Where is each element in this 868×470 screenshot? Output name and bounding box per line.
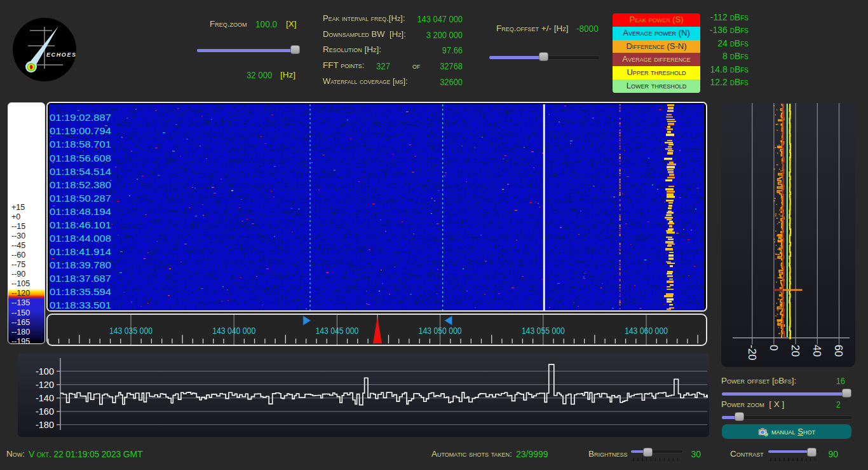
svg-text:40: 40 <box>811 345 823 357</box>
svg-text:01:18:35.594: 01:18:35.594 <box>50 286 111 297</box>
svg-text:0: 0 <box>767 345 779 350</box>
svg-text:-140: -140 <box>36 393 54 403</box>
svg-text:01:18:56.608: 01:18:56.608 <box>50 152 111 163</box>
svg-text:ECHOES: ECHOES <box>46 52 76 58</box>
svg-text:-160: -160 <box>36 406 54 417</box>
svg-text:01:18:37.687: 01:18:37.687 <box>50 273 111 284</box>
svg-text:-180: -180 <box>36 420 54 430</box>
svg-text:01:19:00.794: 01:19:00.794 <box>50 125 111 136</box>
svg-text:143 045 000: 143 045 000 <box>315 326 358 336</box>
svg-text:-120: -120 <box>36 380 54 390</box>
svg-text:01:18:44.008: 01:18:44.008 <box>50 232 111 243</box>
svg-text:01:19:02.887: 01:19:02.887 <box>50 112 111 123</box>
svg-text:143 060 000: 143 060 000 <box>625 326 668 336</box>
svg-text:01:18:48.194: 01:18:48.194 <box>50 205 111 216</box>
svg-text:01:18:52.380: 01:18:52.380 <box>50 179 111 190</box>
svg-text:01:18:39.780: 01:18:39.780 <box>50 259 111 270</box>
svg-text:01:18:58.701: 01:18:58.701 <box>50 139 111 149</box>
svg-text:143 050 000: 143 050 000 <box>419 326 462 336</box>
svg-text:01:18:33.501: 01:18:33.501 <box>50 300 111 310</box>
svg-text:60: 60 <box>832 345 844 357</box>
svg-text:01:18:50.287: 01:18:50.287 <box>50 192 111 203</box>
svg-text:20: 20 <box>789 345 801 357</box>
svg-text:01:18:41.914: 01:18:41.914 <box>50 246 111 257</box>
svg-text:143 035 000: 143 035 000 <box>109 326 153 336</box>
svg-text:01:18:46.101: 01:18:46.101 <box>50 219 111 230</box>
svg-text:-20: -20 <box>745 345 757 361</box>
svg-text:-100: -100 <box>36 366 54 377</box>
svg-text:143 040 000: 143 040 000 <box>212 326 255 336</box>
svg-text:01:18:54.514: 01:18:54.514 <box>50 165 111 176</box>
svg-text:143 055 000: 143 055 000 <box>522 326 565 336</box>
